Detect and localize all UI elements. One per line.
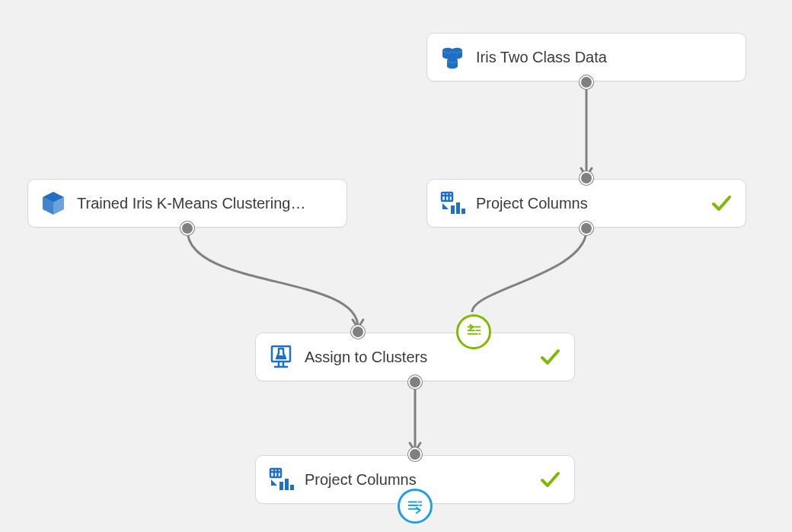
svg-point-2 (447, 58, 458, 62)
svg-rect-7 (451, 205, 455, 214)
node-label: Project Columns (476, 195, 711, 212)
input-port[interactable] (408, 448, 422, 461)
experiment-icon (268, 344, 294, 370)
project-columns-icon (439, 190, 465, 216)
status-check-icon (539, 346, 560, 368)
node-trained-model[interactable]: Trained Iris K-Means Clustering… (27, 179, 347, 228)
pipeline-canvas[interactable]: Iris Two Class Data Trained Iris K-Means… (0, 0, 792, 532)
node-project-columns-1[interactable]: Project Columns (426, 179, 746, 228)
svg-rect-3 (442, 193, 452, 201)
node-assign-clusters[interactable]: Assign to Clusters (255, 333, 575, 381)
status-check-icon (711, 193, 732, 214)
svg-point-0 (442, 48, 453, 53)
model-cube-icon (40, 190, 66, 216)
input-port-badge[interactable] (456, 314, 491, 349)
svg-rect-20 (290, 485, 294, 490)
svg-rect-18 (279, 482, 283, 490)
node-label: Iris Two Class Data (476, 49, 732, 66)
output-port[interactable] (580, 221, 593, 235)
node-iris-data[interactable]: Iris Two Class Data (426, 33, 746, 81)
input-port[interactable] (351, 325, 365, 339)
status-check-icon (539, 469, 560, 490)
svg-rect-9 (461, 209, 465, 214)
node-label: Project Columns (305, 471, 539, 489)
svg-rect-19 (285, 479, 289, 490)
output-port-badge[interactable] (398, 489, 433, 524)
output-port[interactable] (180, 221, 194, 235)
svg-rect-8 (456, 202, 460, 214)
svg-rect-14 (270, 469, 281, 477)
project-columns-icon (268, 467, 294, 492)
node-label: Assign to Clusters (305, 349, 539, 366)
input-port[interactable] (580, 171, 593, 185)
dataset-icon (439, 44, 465, 70)
output-port[interactable] (408, 375, 422, 389)
svg-point-1 (452, 48, 462, 53)
node-label: Trained Iris K-Means Clustering… (77, 195, 333, 212)
output-port[interactable] (580, 75, 593, 89)
